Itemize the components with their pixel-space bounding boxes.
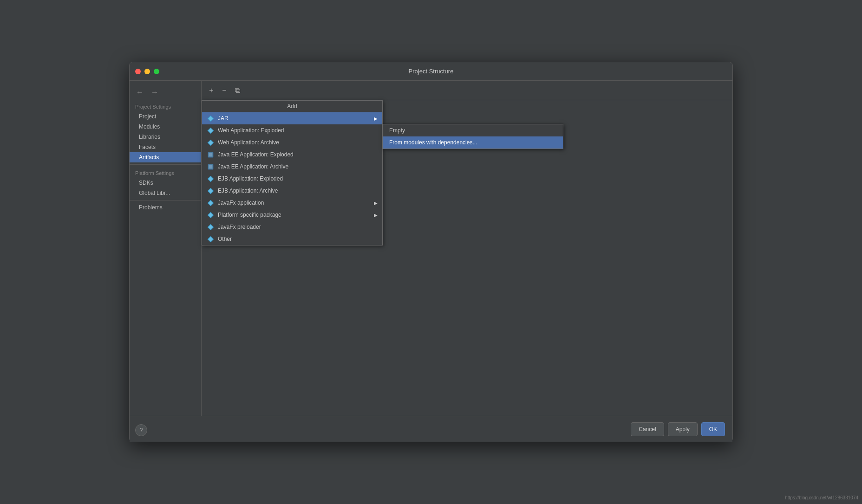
menu-item-ejb-exploded[interactable]: EJB Application: Exploded [202, 173, 382, 185]
add-button[interactable]: + [205, 84, 217, 97]
java-ee-archive-icon [207, 163, 214, 170]
menu-item-other-label: Other [218, 236, 232, 242]
sidebar-item-sdks[interactable]: SDKs [130, 178, 201, 188]
submenu-item-empty[interactable]: Empty [383, 124, 563, 136]
main-content: + − ⧉ Add [202, 81, 732, 416]
menu-item-java-ee-exploded-label: Java EE Application: Exploded [218, 151, 294, 158]
nav-back-button[interactable]: ← [133, 86, 146, 98]
sidebar-item-global-libs[interactable]: Global Libr... [130, 188, 201, 198]
menu-item-javafx-app-label: JavaFx application [218, 200, 264, 206]
ejb-archive-icon [207, 187, 214, 194]
dialog-title: Project Structure [409, 68, 454, 75]
menu-item-java-ee-exploded[interactable]: Java EE Application: Exploded [202, 149, 382, 161]
content-area: Add JAR ▶ [202, 100, 732, 416]
menu-item-other[interactable]: Other [202, 233, 382, 245]
svg-rect-7 [209, 153, 212, 156]
title-bar: Project Structure [130, 62, 732, 81]
menu-item-jar-label: JAR [218, 115, 229, 122]
add-menu: Add JAR ▶ [202, 100, 383, 246]
svg-rect-9 [209, 165, 212, 168]
sidebar-item-facets[interactable]: Facets [130, 142, 201, 152]
menu-item-jar[interactable]: JAR ▶ Empty From modules with dependenci… [202, 112, 382, 124]
javafx-preloader-icon [207, 223, 214, 231]
apply-button[interactable]: Apply [668, 422, 698, 436]
menu-item-web-app-archive-label: Web Application: Archive [218, 139, 279, 146]
javafx-app-icon [207, 199, 214, 207]
menu-item-platform-package[interactable]: Platform specific package ▶ [202, 209, 382, 221]
platform-settings-label: Platform Settings [130, 167, 201, 178]
cancel-button[interactable]: Cancel [631, 422, 664, 436]
menu-item-ejb-archive-label: EJB Application: Archive [218, 187, 278, 194]
sidebar-item-libraries[interactable]: Libraries [130, 132, 201, 142]
platform-package-arrow: ▶ [374, 213, 378, 218]
url-bar: https://blog.csdn.net/wt1286331074 [785, 495, 858, 500]
menu-item-javafx-app[interactable]: JavaFx application ▶ [202, 197, 382, 209]
traffic-lights [135, 69, 159, 74]
jar-arrow: ▶ [374, 116, 378, 121]
sidebar-item-modules[interactable]: Modules [130, 122, 201, 132]
ok-button[interactable]: OK [701, 422, 725, 436]
javafx-app-arrow: ▶ [374, 200, 378, 206]
menu-item-javafx-preloader[interactable]: JavaFx preloader [202, 221, 382, 233]
maximize-button[interactable] [154, 69, 159, 74]
menu-item-web-app-archive[interactable]: Web Application: Archive [202, 136, 382, 149]
dialog-body: ← → Project Settings Project Modules Lib… [130, 81, 732, 416]
other-icon [207, 235, 214, 243]
menu-item-ejb-exploded-label: EJB Application: Exploded [218, 175, 283, 182]
project-settings-label: Project Settings [130, 100, 201, 111]
sidebar-item-project[interactable]: Project [130, 111, 201, 122]
menu-item-javafx-preloader-label: JavaFx preloader [218, 224, 261, 230]
copy-button[interactable]: ⧉ [231, 84, 243, 97]
java-ee-exploded-icon [207, 151, 214, 158]
menu-item-java-ee-archive-label: Java EE Application: Archive [218, 163, 288, 170]
add-menu-dropdown: Add JAR ▶ [202, 100, 383, 246]
dialog-footer: Cancel Apply OK [130, 416, 732, 442]
remove-button[interactable]: − [218, 84, 230, 97]
web-app-exploded-icon [207, 127, 214, 134]
menu-item-web-app-exploded-label: Web Application: Exploded [218, 127, 284, 134]
sidebar-item-problems[interactable]: Problems [130, 202, 201, 213]
platform-package-icon [207, 211, 214, 219]
sidebar-divider [130, 164, 201, 165]
menu-item-ejb-archive[interactable]: EJB Application: Archive [202, 185, 382, 197]
main-toolbar: + − ⧉ [202, 81, 732, 100]
sidebar-divider-2 [130, 200, 201, 200]
ejb-exploded-icon [207, 175, 214, 182]
jar-submenu: Empty From modules with dependencies... [382, 124, 563, 149]
add-menu-header: Add [202, 101, 382, 112]
nav-forward-button[interactable]: → [148, 86, 161, 98]
project-structure-dialog: Project Structure ← → Project Settings P… [129, 62, 733, 442]
sidebar: ← → Project Settings Project Modules Lib… [130, 81, 202, 416]
submenu-item-from-modules[interactable]: From modules with dependencies... [383, 136, 563, 149]
minimize-button[interactable] [144, 69, 150, 74]
menu-item-java-ee-archive[interactable]: Java EE Application: Archive [202, 161, 382, 173]
menu-item-web-app-exploded[interactable]: Web Application: Exploded [202, 124, 382, 136]
sidebar-item-artifacts[interactable]: Artifacts [130, 152, 201, 162]
close-button[interactable] [135, 69, 141, 74]
menu-item-platform-package-label: Platform specific package [218, 212, 281, 218]
help-button[interactable]: ? [135, 424, 147, 436]
jar-icon [207, 115, 214, 122]
web-app-archive-icon [207, 139, 214, 146]
